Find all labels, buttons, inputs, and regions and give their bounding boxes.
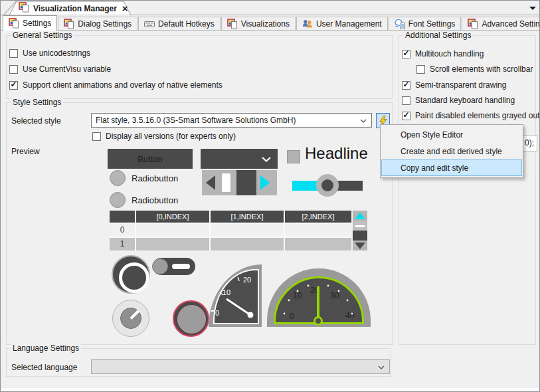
table-row-label: 1 (110, 238, 135, 250)
checkbox[interactable] (9, 81, 18, 90)
visualization-manager-window: Visualization Manager Settings Dialog Se… (0, 0, 540, 392)
scrollbar-track (353, 231, 367, 241)
slider-thumb (316, 174, 339, 197)
selected-style-combobox[interactable]: Flat style, 3.5.16.0 (3S-Smart Software … (91, 113, 372, 128)
speech-bubble-document-icon (395, 19, 405, 29)
checkbox[interactable] (402, 112, 410, 120)
tab-default-hotkeys[interactable]: Default Hotkeys (138, 17, 221, 30)
preview-rotary-knob (112, 300, 149, 337)
checkbox[interactable] (9, 65, 18, 74)
checkbox-paint-disabled-elements-grayed-out[interactable]: Paint disabled elements grayed out (402, 110, 539, 121)
tab-label: Dialog Settings (78, 19, 132, 29)
checkbox-scroll-elements-with-scrollbar[interactable]: Scroll elements with scrollbar (416, 64, 533, 74)
preview-headline-text: Headline (305, 144, 368, 163)
preview-toggle-switch (153, 258, 195, 275)
document-tab-title: Visualization Manager (33, 4, 117, 13)
tab-list-dropdown-icon[interactable] (529, 7, 536, 10)
checkbox-use-currentvisu-variable[interactable]: Use CurrentVisu variable (9, 64, 111, 74)
chevron-down-icon (378, 365, 385, 369)
checkbox-standard-keyboard-handling[interactable]: Standard keyboard handling (402, 95, 515, 106)
checkbox[interactable] (416, 65, 425, 74)
preview-radiobutton (110, 192, 126, 208)
checkbox-support-client-animations[interactable]: Support client animations and overlay of… (9, 80, 223, 90)
thumb-grip (355, 225, 365, 227)
table-cell (285, 224, 351, 237)
checkbox-label: Multitouch handling (415, 49, 484, 58)
tab-label: Visualizations (241, 19, 290, 29)
selected-language-combobox[interactable] (91, 359, 390, 374)
tab-label: User Management (316, 19, 382, 29)
menu-item-copy-and-edit-style[interactable]: Copy and edit style (381, 159, 522, 176)
preview-radiobutton-label: Radiobutton (132, 173, 178, 183)
scrollbar-up-button (353, 211, 367, 221)
chevron-down-icon (360, 119, 367, 123)
toggle-knob (152, 258, 168, 274)
table-cell (285, 238, 351, 250)
users-icon (302, 19, 313, 29)
table-cell (136, 224, 209, 237)
checkbox[interactable] (9, 49, 18, 58)
selected-style-value: Flat style, 3.5.16.0 (3S-Smart Software … (96, 116, 296, 125)
group-general-settings: General Settings Use unicodestrings Use … (6, 35, 393, 99)
toggle-bar (172, 264, 190, 269)
table-cell (211, 224, 284, 237)
scrollbar-thumb (222, 173, 230, 192)
group-additional-settings: Additional Settings Multitouch handling … (399, 35, 536, 345)
arrow-left-icon (206, 175, 215, 190)
tab-advanced-settings[interactable]: Advanced Settings (462, 17, 540, 30)
menu-item-create-and-edit-derived-style[interactable]: Create and edit derived style (381, 143, 522, 159)
checkbox[interactable] (92, 132, 101, 141)
tab-label: Advanced Settings (482, 19, 540, 29)
checkbox[interactable] (402, 81, 410, 90)
table-row-label: 0 (110, 224, 135, 237)
table-header-cell: [2,INDEX] (285, 211, 351, 223)
checkbox-use-unicodestrings[interactable]: Use unicodestrings (9, 48, 90, 58)
tab-font-settings[interactable]: Font Settings (389, 17, 462, 30)
preview-scrollbar-vertical (353, 211, 367, 250)
tab-visualizations[interactable]: Visualizations (221, 17, 296, 30)
scrollbar-down-button (353, 241, 367, 250)
checkbox-semi-transparent-drawing[interactable]: Semi-transparent drawing (402, 80, 506, 90)
tab-settings[interactable]: Settings (3, 15, 57, 31)
checkbox-label: Semi-transparent drawing (415, 80, 506, 90)
checkbox-label: Use unicodestrings (23, 49, 90, 58)
preview-slider (292, 173, 363, 198)
preview-table: [0,INDEX] [1,INDEX] [2,INDEX] 0 1 (110, 211, 351, 250)
preview-headline-checkbox (287, 150, 300, 163)
keyboard-icon (144, 19, 155, 29)
preview-button-label: Button (137, 154, 163, 164)
tab-label: Default Hotkeys (158, 19, 215, 29)
group-style-settings: Style Settings Selected style Flat style… (6, 102, 393, 345)
tab-label: Font Settings (408, 19, 456, 29)
tab-user-management[interactable]: User Management (296, 17, 388, 30)
menu-item-open-style-editor[interactable]: Open Style Editor (381, 126, 522, 143)
preview-label: Preview (11, 147, 40, 156)
table-header-cell: [0,INDEX] (136, 211, 209, 223)
table-header-cell: [1,INDEX] (211, 211, 284, 223)
style-options-context-menu: Open Style Editor Create and edit derive… (380, 124, 523, 178)
checkbox-multitouch-handling[interactable]: Multitouch handling (402, 49, 484, 59)
tab-dialog-settings[interactable]: Dialog Settings (58, 17, 137, 30)
tab-label: Settings (23, 19, 51, 28)
preview-button: Button (108, 149, 193, 169)
preview-quarter-gauge: 0 10 20 (209, 264, 262, 327)
checkbox[interactable] (402, 50, 410, 58)
gauge-needle (267, 268, 371, 328)
preview-combobox (201, 149, 278, 169)
close-icon[interactable] (122, 4, 128, 13)
preview-half-gauge: 0 10 20 30 40 (267, 268, 371, 328)
group-title: General Settings (11, 31, 74, 40)
document-tab-visualization-manager[interactable]: Visualization Manager (19, 2, 128, 15)
checkbox-display-all-versions[interactable]: Display all versions (for experts only) (92, 131, 236, 142)
preview-round-button (112, 255, 150, 294)
preview-scrollbar-horizontal (202, 170, 277, 195)
checkbox-label: Paint disabled elements grayed out (415, 111, 539, 120)
arrow-down-icon (355, 243, 365, 249)
selected-language-label: Selected language (11, 363, 77, 372)
gauge-needle (209, 264, 262, 327)
checkbox[interactable] (402, 96, 410, 105)
visualization-icon (9, 18, 19, 29)
table-cell (211, 238, 284, 250)
visualization-manager-icon (19, 2, 29, 15)
preview-red-ring-button (173, 300, 209, 337)
